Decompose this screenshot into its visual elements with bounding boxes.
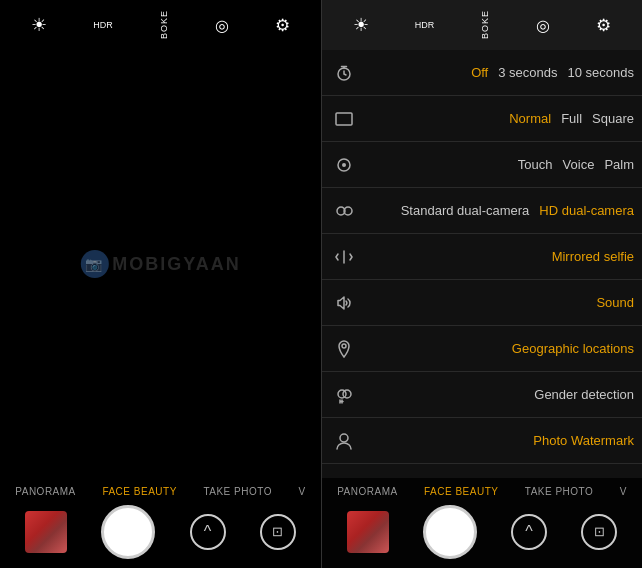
left-filter-icon[interactable]: ◎ [215,16,229,35]
left-thumbnail[interactable] [25,511,67,553]
svg-point-8 [343,390,351,398]
setting-row-timer[interactable]: Off 3 seconds 10 seconds [322,50,642,96]
setting-row-dualcam[interactable]: Standard dual-camera HD dual-camera [322,188,642,234]
right-hdr-icon[interactable]: HDR [415,20,435,30]
right-mode-v[interactable]: V [620,486,627,497]
right-mode-bar: PANORAMA FACE BEAUTY TAKE PHOTO V [322,478,642,499]
left-mode-facebeauty[interactable]: FACE BEAUTY [102,486,176,497]
left-boke-icon[interactable]: BOKE [159,10,169,39]
gender-detection[interactable]: Gender detection [534,387,634,402]
right-settings-icon[interactable]: ⚙ [596,15,611,36]
mirror-options: Mirrored selfie [360,249,634,264]
gender-options: Gender detection [360,387,634,402]
timer-options: Off 3 seconds 10 seconds [360,65,634,80]
watermark-logo: 📷 [80,250,108,278]
left-controls: ^ ⊡ [0,499,321,568]
capture-options: Touch Voice Palm [360,157,634,172]
watermark-options: Photo Watermark [360,433,634,448]
watermark: 📷 MOBIGYAAN [80,250,240,278]
capture-voice[interactable]: Voice [563,157,595,172]
capture-icon [328,155,360,174]
gender-icon [328,385,360,404]
left-mode-panorama[interactable]: PANORAMA [15,486,76,497]
capture-palm[interactable]: Palm [604,157,634,172]
left-brightness-icon[interactable]: ☀ [31,14,47,36]
left-hdr-icon[interactable]: HDR [93,20,113,30]
right-brightness-icon[interactable]: ☀ [353,14,369,36]
geo-locations[interactable]: Geographic locations [512,341,634,356]
ratio-normal[interactable]: Normal [509,111,551,126]
setting-row-ratio[interactable]: Normal Full Square [322,96,642,142]
mirrored-selfie[interactable]: Mirrored selfie [552,249,634,264]
ratio-square[interactable]: Square [592,111,634,126]
timer-icon [328,63,360,82]
photo-watermark[interactable]: Photo Watermark [533,433,634,448]
sound-icon [328,294,360,312]
watermark-row-icon [328,431,360,450]
left-mode-takephoto[interactable]: TAKE PHOTO [203,486,272,497]
left-mode-v[interactable]: V [299,486,306,497]
ratio-full[interactable]: Full [561,111,582,126]
timer-10s[interactable]: 10 seconds [568,65,635,80]
ratio-icon [328,110,360,128]
geo-icon [328,339,360,358]
setting-row-sound[interactable]: Sound [322,280,642,326]
svg-point-6 [342,344,346,348]
right-thumbnail[interactable] [347,511,389,553]
right-panel: ☀ HDR BOKE ◎ ⚙ Off 3 seconds 10 seconds [321,0,642,568]
left-topbar: ☀ HDR BOKE ◎ ⚙ [0,0,321,50]
left-bottom-bar: PANORAMA FACE BEAUTY TAKE PHOTO V ^ ⊡ [0,478,321,568]
dualcam-icon [328,201,360,220]
left-panel: ☀ HDR BOKE ◎ ⚙ 📷 MOBIGYAAN PANORAMA FACE… [0,0,321,568]
left-timer-icon[interactable]: ⊡ [260,514,296,550]
svg-point-9 [340,434,348,442]
setting-row-geo[interactable]: Geographic locations [322,326,642,372]
sound-option[interactable]: Sound [596,295,634,310]
right-mode-takephoto[interactable]: TAKE PHOTO [525,486,594,497]
timer-3s[interactable]: 3 seconds [498,65,557,80]
right-topbar: ☀ HDR BOKE ◎ ⚙ [322,0,642,50]
hd-dual[interactable]: HD dual-camera [539,203,634,218]
right-flip-icon[interactable]: ^ [511,514,547,550]
right-mode-panorama[interactable]: PANORAMA [337,486,398,497]
left-settings-icon[interactable]: ⚙ [275,15,290,36]
settings-list: Off 3 seconds 10 seconds Normal Full Squ… [322,50,642,478]
geo-options: Geographic locations [360,341,634,356]
setting-row-capture[interactable]: Touch Voice Palm [322,142,642,188]
setting-row-watermark[interactable]: Photo Watermark [322,418,642,464]
setting-row-mirror[interactable]: Mirrored selfie [322,234,642,280]
right-controls: ^ ⊡ [322,499,642,568]
sound-options: Sound [360,295,634,310]
svg-rect-1 [336,113,352,125]
setting-row-gender[interactable]: Gender detection [322,372,642,418]
mirror-icon [328,248,360,266]
right-filter-icon[interactable]: ◎ [536,16,550,35]
right-mode-facebeauty[interactable]: FACE BEAUTY [424,486,498,497]
right-bottom-bar: PANORAMA FACE BEAUTY TAKE PHOTO V ^ ⊡ [322,478,642,568]
right-shutter-button[interactable] [423,505,477,559]
capture-touch[interactable]: Touch [518,157,553,172]
right-timer-icon[interactable]: ⊡ [581,514,617,550]
timer-off[interactable]: Off [471,65,488,80]
svg-point-3 [342,163,346,167]
right-boke-icon[interactable]: BOKE [480,10,490,39]
standard-dual[interactable]: Standard dual-camera [401,203,530,218]
left-flip-icon[interactable]: ^ [190,514,226,550]
dualcam-options: Standard dual-camera HD dual-camera [360,203,634,218]
viewfinder: 📷 MOBIGYAAN [0,50,321,478]
left-shutter-button[interactable] [101,505,155,559]
left-mode-bar: PANORAMA FACE BEAUTY TAKE PHOTO V [0,478,321,499]
ratio-options: Normal Full Square [360,111,634,126]
